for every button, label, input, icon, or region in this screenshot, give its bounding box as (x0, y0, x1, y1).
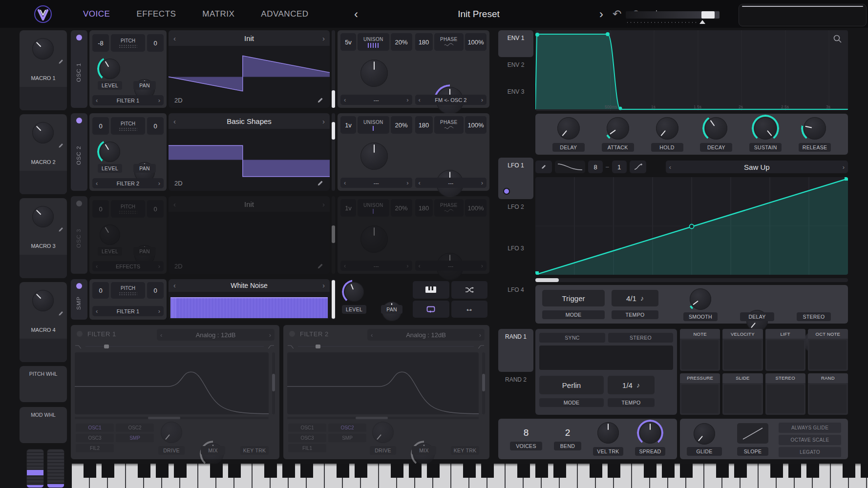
wavetable-edit-pencil-icon[interactable] (317, 97, 324, 104)
osc2-unison-detune[interactable]: 20% (391, 116, 412, 134)
env-delay-knob[interactable] (557, 117, 580, 140)
chevron-right-icon[interactable]: › (479, 332, 481, 338)
mod-source-drag[interactable] (681, 340, 719, 369)
chevron-left-icon[interactable]: ‹ (173, 35, 176, 42)
mod-source-note[interactable]: NOTE (680, 329, 720, 371)
mod-source-rand[interactable]: RAND (808, 373, 848, 415)
lfo-shape-selector[interactable]: ‹ Saw Up › (666, 161, 848, 173)
edit-pencil-icon[interactable] (58, 59, 64, 65)
smp-sample-display[interactable] (169, 292, 330, 320)
mod-source-stereo[interactable]: STEREO (765, 373, 805, 415)
octave-scale-button[interactable]: OCTAVE SCALE (779, 435, 841, 445)
chevron-left-icon[interactable]: ‹ (96, 263, 98, 269)
filter1-input-fil2[interactable]: FIL2 (76, 444, 114, 452)
chevron-left-icon[interactable]: ‹ (344, 97, 346, 103)
osc1-wavetable-name[interactable]: Init (244, 34, 254, 42)
osc1-pitch-header[interactable]: PITCH (111, 34, 145, 52)
env-sustain-knob[interactable] (754, 117, 777, 140)
rand-stereo-button[interactable]: STEREO (608, 333, 673, 343)
filter2-model-selector[interactable]: ‹Analog : 12dB› (367, 329, 485, 341)
osc1-level-knob[interactable] (100, 59, 120, 79)
chevron-left-icon[interactable]: ‹ (173, 118, 176, 125)
osc3-unison-header[interactable]: UNISON (358, 199, 389, 217)
mod-source-drag[interactable] (809, 385, 847, 414)
mod-source-lift[interactable]: LIFT (765, 329, 805, 371)
osc3-power-button[interactable] (76, 201, 82, 206)
preset-prev-icon[interactable]: ‹ (354, 8, 358, 20)
chevron-left-icon[interactable]: ‹ (96, 180, 98, 186)
lfo1-drag-source[interactable] (503, 188, 510, 195)
osc3-morph1-selector[interactable]: ‹---› (340, 261, 412, 271)
lfo-phase-scrollbar[interactable] (535, 278, 848, 282)
spread-knob[interactable] (639, 422, 661, 444)
rand-tempo-value[interactable]: 1/4 ♪ (608, 376, 655, 394)
preset-name[interactable]: Init Preset (458, 9, 500, 20)
filter1-vscrollbar[interactable] (272, 352, 275, 414)
macro-3-knob[interactable] (32, 206, 54, 227)
osc1-phase-rand[interactable]: 100% (465, 33, 487, 51)
edit-pencil-icon[interactable] (58, 310, 64, 317)
filter1-input-osc3[interactable]: OSC3 (76, 434, 114, 442)
chevron-right-icon[interactable]: › (481, 97, 483, 103)
mod-source-pressure[interactable]: PRESSURE (680, 373, 720, 415)
edit-pencil-icon[interactable] (58, 226, 64, 233)
volume-handle[interactable] (701, 11, 715, 19)
osc1-frame-scrollbar[interactable] (332, 30, 335, 108)
chevron-left-icon[interactable]: ‹ (173, 282, 176, 289)
lfo-tempo-value[interactable]: 4/1 ♪ (612, 290, 658, 306)
chevron-right-icon[interactable]: › (158, 308, 160, 314)
smp-tune-value[interactable]: 0 (147, 282, 164, 299)
scroll-handle[interactable] (272, 374, 275, 391)
tab-lfo2[interactable]: LFO 2 (498, 199, 533, 241)
chevron-left-icon[interactable]: ‹ (96, 308, 98, 314)
tab-matrix[interactable]: MATRIX (202, 9, 234, 19)
osc3-routing-selector[interactable]: ‹EFFECTS› (92, 261, 164, 271)
smp-scrollbar[interactable] (332, 279, 335, 320)
filter2-input-smp[interactable]: SMP (328, 434, 366, 442)
osc2-wave-morph-knob[interactable] (360, 142, 388, 170)
lfo-smooth-toggle[interactable] (630, 161, 646, 173)
chevron-right-icon[interactable]: › (406, 180, 408, 186)
mod-source-drag[interactable] (767, 385, 804, 414)
chevron-left-icon[interactable]: ‹ (419, 263, 421, 269)
tab-env3[interactable]: ENV 3 (498, 84, 533, 111)
master-volume-slider[interactable] (626, 11, 720, 19)
volume-marker-icon[interactable] (699, 20, 705, 24)
tempo-note-icon[interactable]: ♪ (640, 294, 644, 302)
pitch-wheel[interactable] (26, 449, 44, 488)
tempo-note-icon[interactable]: ♪ (636, 381, 640, 389)
osc3-tune-value[interactable]: 0 (147, 200, 164, 218)
filter2-input-osc1[interactable]: OSC1 (288, 424, 326, 432)
chevron-right-icon[interactable]: › (158, 180, 160, 186)
chevron-left-icon[interactable]: ‹ (173, 201, 176, 208)
tab-voice[interactable]: VOICE (83, 9, 110, 19)
osc1-morph1-selector[interactable]: ‹---› (340, 95, 412, 105)
osc3-morph2-selector[interactable]: ‹---› (415, 261, 487, 271)
osc3-view-mode[interactable]: 2D (174, 263, 183, 270)
smp-transpose-value[interactable]: 0 (92, 282, 109, 299)
osc3-frame-scrollbar[interactable] (332, 196, 335, 274)
env-decay-knob[interactable] (705, 117, 727, 140)
osc2-wavetable-name[interactable]: Basic Shapes (227, 117, 272, 125)
env-release-knob[interactable] (804, 117, 826, 140)
filter1-drive-knob[interactable] (161, 422, 182, 443)
mod-source-drag[interactable] (767, 340, 804, 369)
tab-rand1[interactable]: RAND 1 (498, 329, 533, 372)
smp-random-phase-button[interactable] (451, 281, 488, 299)
filter2-response-display[interactable] (287, 352, 479, 414)
osc2-morph2-selector[interactable]: ‹---› (415, 178, 487, 188)
scroll-handle[interactable] (332, 225, 335, 243)
tab-lfo4[interactable]: LFO 4 (498, 282, 533, 324)
rand-mode-selector[interactable]: Perlin (539, 376, 604, 394)
osc2-waveform-display[interactable]: 2D (169, 129, 330, 191)
glide-knob[interactable] (694, 423, 715, 445)
mod-wheel[interactable] (47, 449, 64, 488)
chevron-left-icon[interactable]: ‹ (96, 97, 98, 103)
filter1-input-osc1[interactable]: OSC1 (76, 424, 114, 432)
lfo-mode-selector[interactable]: Trigger (542, 290, 605, 306)
legato-button[interactable]: LEGATO (779, 447, 841, 457)
blend-handle[interactable] (316, 345, 320, 348)
osc1-unison-detune[interactable]: 20% (391, 33, 412, 51)
filter2-input-osc3[interactable]: OSC3 (288, 434, 326, 442)
osc1-wave-morph-knob[interactable] (360, 60, 388, 87)
